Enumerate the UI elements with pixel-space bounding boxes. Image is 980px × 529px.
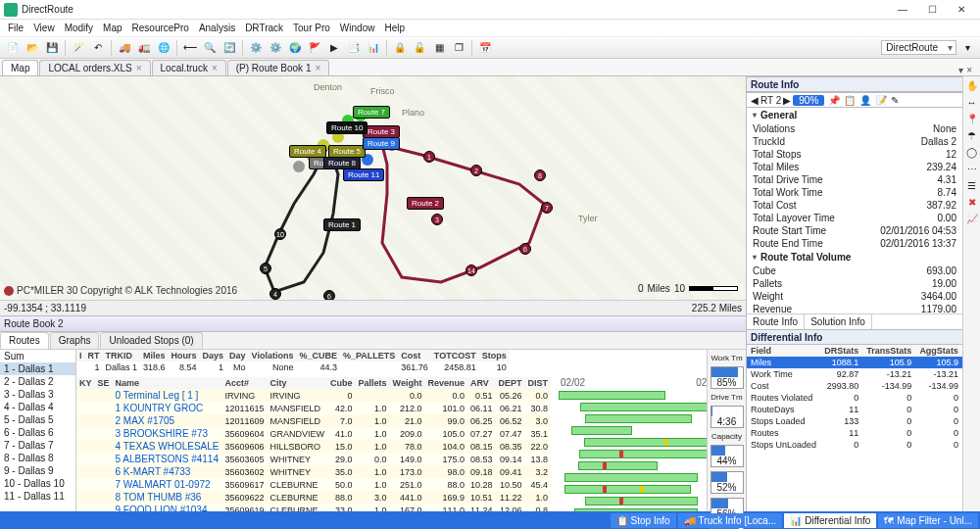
close-icon[interactable]: × xyxy=(136,63,142,73)
route-list-item[interactable]: 10 - Dallas 10 xyxy=(0,477,75,490)
status-diffinfo[interactable]: 📊 Differential Info xyxy=(784,513,876,528)
stop-marker[interactable]: 6 xyxy=(323,290,335,300)
menu-drtrack[interactable]: DRTrack xyxy=(245,23,283,33)
diff-row[interactable]: Routes1100 xyxy=(747,427,962,439)
dropdown-icon[interactable]: ▾ xyxy=(958,39,976,57)
diff-row[interactable]: Miles1088.1105.9105.9 xyxy=(747,357,962,368)
undo-icon[interactable]: ↶ xyxy=(89,39,107,57)
hand-icon[interactable]: ✋ xyxy=(966,80,978,91)
route-tag[interactable]: Route 10 xyxy=(326,121,368,134)
new-icon[interactable]: 📄 xyxy=(4,39,22,57)
cascade-icon[interactable]: ❐ xyxy=(450,39,467,57)
tab-routebook1[interactable]: (P) Route Book 1× xyxy=(227,60,330,75)
map-panel[interactable]: Denton Frisco Plano Tyler Route 1 Route … xyxy=(0,76,746,300)
menu-view[interactable]: View xyxy=(33,23,55,33)
route-list-item[interactable]: 1 - Dallas 1 xyxy=(0,362,75,375)
back-icon[interactable]: ⟵ xyxy=(181,39,199,57)
stack-icon[interactable]: ☰ xyxy=(967,180,976,191)
lock-icon[interactable]: 🔒 xyxy=(391,39,409,57)
route-list-item[interactable]: 5 - Dallas 5 xyxy=(0,413,75,426)
route-detail-grid[interactable]: IRTTRKIDMilesHoursDaysDayViolations%_CUB… xyxy=(76,350,707,511)
note-icon[interactable]: 📝 xyxy=(875,95,887,106)
x-icon[interactable]: ✖ xyxy=(968,197,976,208)
diff-row[interactable]: Routes Violated000 xyxy=(747,392,962,404)
stop-marker[interactable]: 3 xyxy=(431,214,443,225)
route-list-item[interactable]: 6 - Dallas 6 xyxy=(0,426,75,439)
tab-truck[interactable]: Local.truck× xyxy=(152,60,226,75)
circle-icon[interactable]: ◯ xyxy=(966,147,977,158)
diff-row[interactable]: RouteDays1100 xyxy=(747,404,962,415)
menu-tourpro[interactable]: Tour Pro xyxy=(293,23,330,33)
route-list-item[interactable]: 2 - Dallas 2 xyxy=(0,375,75,388)
close-icon[interactable]: × xyxy=(212,63,218,73)
copy-icon[interactable]: 📋 xyxy=(844,95,856,106)
tab-orders[interactable]: LOCAL orders.XLS× xyxy=(39,60,150,75)
table-row[interactable]: 6 K-MART #473335603602WHITNEY35.01.0173.… xyxy=(76,465,551,478)
table-row[interactable]: 8 TOM THUMB #3635609622CLEBURNE88.03.044… xyxy=(76,491,551,504)
diff-row[interactable]: Cost2993.80-134.99-134.99 xyxy=(747,380,962,392)
flag-icon[interactable]: 🚩 xyxy=(306,39,323,57)
close-icon[interactable]: × xyxy=(315,63,320,73)
stop-marker[interactable]: 14 xyxy=(466,264,477,276)
route-list-item[interactable]: 4 - Dallas 4 xyxy=(0,401,75,413)
table-row[interactable]: 3 BROOKSHIRE #7335609604GRANDVIEW41.01.0… xyxy=(76,427,551,440)
table-row[interactable]: 9 FOOD LION #103435609619CLEBURNE33.01.0… xyxy=(76,504,551,511)
menu-analysis[interactable]: Analysis xyxy=(199,23,235,33)
play-icon[interactable]: ▶ xyxy=(325,39,343,57)
umbrella-icon[interactable]: ☂ xyxy=(967,130,976,141)
diff-row[interactable]: Work Time92.87-13.21-13.21 xyxy=(747,368,962,380)
maximize-button[interactable]: ☐ xyxy=(917,1,947,19)
tab-routeinfo[interactable]: Route Info xyxy=(747,314,805,329)
route-list[interactable]: Sum1 - Dallas 12 - Dallas 23 - Dallas 34… xyxy=(0,350,76,511)
save-icon[interactable]: 💾 xyxy=(43,39,61,57)
tile-icon[interactable]: ▦ xyxy=(430,39,448,57)
prev-route-icon[interactable]: ◀ xyxy=(751,95,759,106)
open-icon[interactable]: 📂 xyxy=(24,39,41,57)
stop-marker[interactable]: 4 xyxy=(270,288,281,300)
gear-blue-icon[interactable]: ⚙️ xyxy=(267,39,284,57)
stop-marker[interactable]: 1 xyxy=(423,151,435,163)
route-tag[interactable]: Route 2 xyxy=(407,197,444,210)
unlock-icon[interactable]: 🔓 xyxy=(411,39,428,57)
menu-map[interactable]: Map xyxy=(103,23,122,33)
stop-marker[interactable]: 5 xyxy=(260,263,271,274)
product-combo[interactable]: DirectRoute xyxy=(881,40,956,55)
route-list-item[interactable]: 8 - Dallas 8 xyxy=(0,452,75,464)
world-icon[interactable]: 🌍 xyxy=(286,39,304,57)
table-row[interactable]: 7 WALMART 01-097235609617CLEBURNE50.01.0… xyxy=(76,478,551,491)
menu-file[interactable]: File xyxy=(8,23,24,33)
status-mapfilter[interactable]: 🗺 Map Filter - Unl... xyxy=(878,513,978,528)
arrow-icon[interactable]: ↔ xyxy=(967,97,977,108)
menu-help[interactable]: Help xyxy=(384,23,405,33)
tabs-menu-icon[interactable]: ▾ × xyxy=(953,65,978,75)
menu-resourcepro[interactable]: ResourcePro xyxy=(132,23,189,33)
calendar-icon[interactable]: 📅 xyxy=(476,39,494,57)
menu-window[interactable]: Window xyxy=(340,23,375,33)
chart-icon[interactable]: 📊 xyxy=(365,39,382,57)
rb-tab-graphs[interactable]: Graphs xyxy=(50,332,100,349)
stop-marker[interactable]: 10 xyxy=(274,228,286,240)
truck-icon[interactable]: 🚚 xyxy=(116,39,133,57)
export-icon[interactable]: 📑 xyxy=(345,39,363,57)
route-list-item[interactable]: 11 - Dallas 11 xyxy=(0,490,75,503)
refresh-icon[interactable]: 🔄 xyxy=(220,39,238,57)
pin-icon[interactable]: 📌 xyxy=(828,95,840,106)
table-row[interactable]: 5 ALBERTSONS #411435603605WHITNEY29.00.0… xyxy=(76,453,551,465)
table-row[interactable]: 2 MAX #170512011609MANSFIELD7.01.021.099… xyxy=(76,414,551,427)
route-list-item[interactable]: 3 - Dallas 3 xyxy=(0,388,75,401)
stop-marker[interactable]: 7 xyxy=(541,202,553,214)
stop-marker[interactable]: 6 xyxy=(519,243,531,255)
wizard-icon[interactable]: 🪄 xyxy=(70,39,87,57)
route-tag[interactable]: Route 9 xyxy=(363,137,400,150)
ellipsis-icon[interactable]: ⋯ xyxy=(967,164,977,174)
table-row[interactable]: 4 TEXAS WHOLESALE35609606HILLSBORO15.01.… xyxy=(76,440,551,453)
tab-map[interactable]: Map xyxy=(2,60,38,75)
menu-modify[interactable]: Modify xyxy=(65,23,93,33)
close-button[interactable]: ✕ xyxy=(947,1,976,19)
user-icon[interactable]: 👤 xyxy=(859,95,871,106)
table-row[interactable]: 0 Terminal Leg [ 1 ]IRVINGIRVING00.00.00… xyxy=(76,389,551,402)
rb-tab-unloaded[interactable]: Unloaded Stops (0) xyxy=(100,332,202,349)
diff-row[interactable]: Stops UnLoaded000 xyxy=(747,439,962,451)
rb-tab-routes[interactable]: Routes xyxy=(0,332,49,349)
route-list-item[interactable]: 7 - Dallas 7 xyxy=(0,439,75,452)
